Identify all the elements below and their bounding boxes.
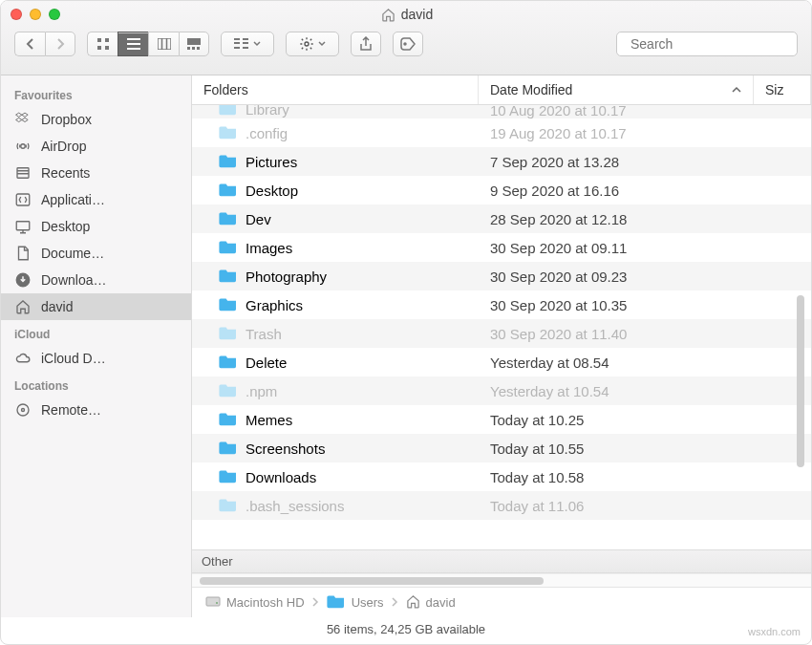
view-mode-buttons <box>87 32 209 56</box>
file-list[interactable]: Library10 Aug 2020 at 10.17.config19 Aug… <box>192 105 811 549</box>
group-icon <box>234 38 249 50</box>
chevron-down-icon <box>253 41 261 47</box>
forward-button[interactable] <box>45 32 75 56</box>
svg-point-34 <box>22 409 25 412</box>
svg-rect-28 <box>16 194 30 205</box>
file-row[interactable]: .config19 Aug 2020 at 10.17 <box>192 118 811 147</box>
breadcrumb-label: david <box>426 595 456 610</box>
home-icon <box>406 594 420 612</box>
file-row[interactable]: Trash30 Sep 2020 at 11.40 <box>192 319 811 348</box>
folder-icon <box>219 124 238 142</box>
file-name: Screenshots <box>246 441 325 457</box>
sidebar-item-recents[interactable]: Recents <box>1 160 191 186</box>
file-date: 7 Sep 2020 at 13.28 <box>479 154 811 170</box>
downloads-icon <box>14 271 32 289</box>
breadcrumb-item[interactable]: Macintosh HD <box>205 594 305 611</box>
sidebar-item-label: Remote… <box>41 402 101 418</box>
sidebar: FavouritesDropboxAirDropRecentsApplicati… <box>1 75 192 617</box>
svg-rect-14 <box>234 38 240 40</box>
file-row[interactable]: .npmYesterday at 10.54 <box>192 376 811 405</box>
home-icon <box>14 298 32 315</box>
breadcrumb-item[interactable]: david <box>406 594 456 612</box>
file-name: Desktop <box>246 183 298 199</box>
icon-view-button[interactable] <box>87 32 118 56</box>
sidebar-item-downloa[interactable]: Downloa… <box>1 267 191 293</box>
file-date: Today at 10.25 <box>479 412 811 428</box>
file-name: .bash_sessions <box>246 498 344 514</box>
search-field[interactable] <box>616 32 798 56</box>
file-row[interactable]: Pictures7 Sep 2020 at 13.28 <box>192 147 811 176</box>
file-name: Memes <box>246 412 292 428</box>
vertical-scrollbar[interactable] <box>794 247 807 515</box>
recents-icon <box>14 164 32 182</box>
svg-rect-35 <box>206 597 220 606</box>
sidebar-item-desktop[interactable]: Desktop <box>1 213 191 240</box>
file-row[interactable]: DeleteYesterday at 08.54 <box>192 348 811 376</box>
desktop-icon <box>14 218 32 235</box>
list-view-button[interactable] <box>118 32 148 56</box>
sidebar-item-applicati[interactable]: Applicati… <box>1 186 191 213</box>
file-row[interactable]: MemesToday at 10.25 <box>192 405 811 434</box>
breadcrumb-item[interactable]: Users <box>327 593 384 612</box>
group-header-other[interactable]: Other <box>192 549 811 573</box>
sidebar-item-remote[interactable]: Remote… <box>1 397 191 423</box>
folder-icon <box>219 468 238 486</box>
group-by-button[interactable] <box>221 32 274 56</box>
folder-icon <box>219 239 238 257</box>
scrollbar-thumb[interactable] <box>200 577 544 585</box>
file-row[interactable]: Photography30 Sep 2020 at 09.23 <box>192 262 811 290</box>
folder-icon <box>219 268 238 286</box>
sidebar-item-docume[interactable]: Docume… <box>1 240 191 267</box>
svg-rect-13 <box>197 47 200 50</box>
file-row[interactable]: Library10 Aug 2020 at 10.17 <box>192 105 811 118</box>
sidebar-item-icloudd[interactable]: iCloud D… <box>1 345 191 372</box>
hdd-icon <box>205 594 221 611</box>
gallery-view-button[interactable] <box>179 32 209 56</box>
file-name: Pictures <box>246 154 297 170</box>
svg-rect-2 <box>97 46 101 50</box>
column-size[interactable]: Siz <box>754 75 811 104</box>
sort-ascending-icon <box>732 86 741 94</box>
column-date-modified[interactable]: Date Modified <box>479 75 754 104</box>
file-date: 19 Aug 2020 at 10.17 <box>479 125 811 141</box>
back-button[interactable] <box>14 32 45 56</box>
svg-rect-11 <box>187 47 190 50</box>
svg-rect-6 <box>127 48 140 50</box>
folder-icon <box>327 593 346 612</box>
file-row[interactable]: Desktop9 Sep 2020 at 16.16 <box>192 176 811 204</box>
svg-rect-0 <box>97 38 101 42</box>
file-row[interactable]: Images30 Sep 2020 at 09.11 <box>192 233 811 262</box>
svg-rect-29 <box>16 222 30 230</box>
status-bar: 56 items, 24,25 GB available <box>1 617 811 644</box>
file-name: .config <box>246 125 288 141</box>
column-folders[interactable]: Folders <box>192 75 479 104</box>
breadcrumb-separator <box>312 595 319 610</box>
file-row[interactable]: DownloadsToday at 10.58 <box>192 462 811 491</box>
column-view-button[interactable] <box>148 32 179 56</box>
svg-point-36 <box>216 602 218 604</box>
sidebar-section-title: Favourites <box>1 81 191 106</box>
sidebar-item-dropbox[interactable]: Dropbox <box>1 106 191 133</box>
sidebar-item-airdrop[interactable]: AirDrop <box>1 133 191 160</box>
folder-icon <box>219 325 238 343</box>
svg-rect-17 <box>243 42 248 44</box>
action-menu-button[interactable] <box>286 32 339 56</box>
file-row[interactable]: .bash_sessionsToday at 11.06 <box>192 491 811 520</box>
file-date: 28 Sep 2020 at 12.18 <box>479 211 811 227</box>
tags-button[interactable] <box>393 32 423 56</box>
sidebar-item-david[interactable]: david <box>1 293 191 320</box>
file-name: Delete <box>246 355 287 371</box>
file-row[interactable]: Graphics30 Sep 2020 at 10.35 <box>192 290 811 319</box>
file-row[interactable]: Dev28 Sep 2020 at 12.18 <box>192 204 811 233</box>
breadcrumb-label: Users <box>352 595 384 610</box>
file-date: Today at 11.06 <box>479 498 811 514</box>
file-row[interactable]: ScreenshotsToday at 10.55 <box>192 434 811 462</box>
search-input[interactable] <box>630 36 798 52</box>
file-date: 30 Sep 2020 at 09.11 <box>479 240 811 256</box>
horizontal-scrollbar[interactable] <box>192 573 811 587</box>
svg-rect-7 <box>158 38 171 50</box>
scrollbar-thumb[interactable] <box>797 295 804 467</box>
folder-icon <box>219 153 238 171</box>
share-button[interactable] <box>351 32 381 56</box>
folder-icon <box>219 105 238 118</box>
